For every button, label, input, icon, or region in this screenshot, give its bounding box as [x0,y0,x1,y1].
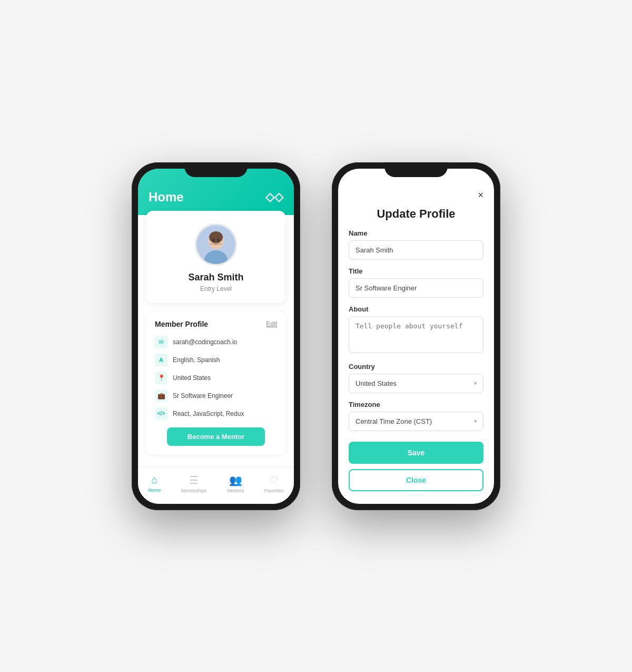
member-header: Member Profile Edit [155,320,277,328]
list-item: A English, Spanish [155,354,277,366]
svg-point-5 [213,239,215,241]
job-text: Sr Software Engineer [173,392,233,400]
job-icon: 💼 [155,389,167,402]
nav-mentors-label: Mentors [227,488,244,493]
svg-point-4 [209,231,223,243]
country-select[interactable]: United States [349,374,483,393]
about-textarea[interactable] [349,316,483,353]
favorites-nav-icon: ♡ [269,474,279,486]
right-phone: × Update Profile Name Title About [332,162,500,510]
email-text: sarah@codingcoach.io [173,338,237,346]
avatar [195,223,237,266]
timezone-field-group: Timezone Central Time Zone (CST) ▾ [349,401,483,431]
skills-text: React, JavaScript, Redux [173,410,244,417]
notch-left [184,162,248,177]
title-input[interactable] [349,278,483,298]
name-label: Name [349,229,483,237]
nav-mentors[interactable]: 👥 Mentors [227,474,244,493]
name-input[interactable] [349,240,483,260]
location-text: United States [173,374,211,382]
country-field-group: Country United States ▾ [349,363,483,393]
home-nav-icon: ⌂ [151,474,157,486]
country-label: Country [349,363,483,371]
save-button[interactable]: Save [349,442,483,464]
profile-card: Sarah Smith Entry Level [146,211,285,303]
nav-mentorships[interactable]: ☰ Mentorships [181,474,207,493]
form-buttons: Save Close [338,435,494,504]
title-label: Title [349,267,483,275]
about-label: About [349,305,483,313]
left-phone: Home ◇◇ [132,162,300,510]
phone-inner-left: Home ◇◇ [138,169,294,504]
language-icon: A [155,354,167,366]
timezone-select[interactable]: Central Time Zone (CST) [349,412,483,431]
nav-home-label: Home [148,488,161,493]
name-field-group: Name [349,229,483,260]
close-icon[interactable]: × [478,190,483,201]
list-item: 📍 United States [155,372,277,384]
mentors-nav-icon: 👥 [229,474,242,486]
location-icon: 📍 [155,372,167,384]
nav-mentorships-label: Mentorships [181,488,207,493]
list-item: ✉ sarah@codingcoach.io [155,336,277,348]
scene: Home ◇◇ [0,120,632,552]
country-select-wrap: United States ▾ [349,374,483,393]
app-logo-icon: ◇◇ [265,190,283,204]
nav-home[interactable]: ⌂ Home [148,474,161,493]
member-section-title: Member Profile [155,320,208,328]
phone-inner-right: × Update Profile Name Title About [338,169,494,504]
profile-name: Sarah Smith [155,272,277,283]
timezone-label: Timezone [349,401,483,408]
become-mentor-button[interactable]: Become a Mentor [167,427,265,446]
skills-icon: </> [155,407,167,420]
update-profile-title: Update Profile [338,207,494,229]
nav-favorites[interactable]: ♡ Favorites [264,474,284,493]
update-profile-screen: × Update Profile Name Title About [338,169,494,504]
edit-link[interactable]: Edit [266,320,277,328]
title-field-group: Title [349,267,483,298]
home-title: Home [149,190,184,204]
close-form-button[interactable]: Close [349,469,483,491]
list-item: 💼 Sr Software Engineer [155,389,277,402]
bottom-nav: ⌂ Home ☰ Mentorships 👥 Mentors ♡ Favorit… [138,467,294,504]
home-screen: Home ◇◇ [138,169,294,504]
nav-favorites-label: Favorites [264,488,284,493]
member-section: Member Profile Edit ✉ sarah@codingcoach.… [146,311,285,454]
list-item: </> React, JavaScript, Redux [155,407,277,420]
update-form: Name Title About Country [338,229,494,435]
notch-right [384,162,448,177]
about-field-group: About [349,305,483,355]
mentorships-nav-icon: ☰ [189,474,199,486]
profile-level: Entry Level [155,285,277,293]
email-icon: ✉ [155,336,167,348]
timezone-select-wrap: Central Time Zone (CST) ▾ [349,412,483,431]
svg-point-6 [218,239,220,241]
languages-text: English, Spanish [173,356,220,364]
